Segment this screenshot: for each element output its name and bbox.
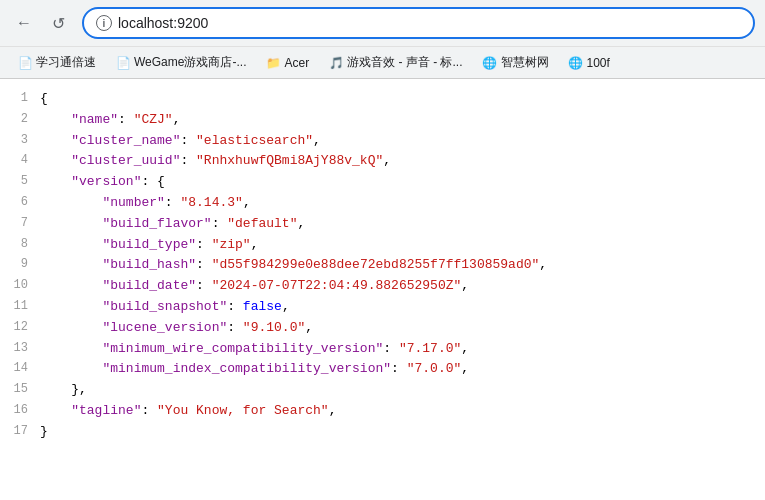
line-content-13: "minimum_wire_compatibility_version": "7… — [40, 339, 755, 360]
bookmark-4-label: 游戏音效 - 声音 - 标... — [347, 54, 462, 71]
json-line-5: 5 "version": { — [10, 172, 755, 193]
bookmark-2-icon: 📄 — [116, 56, 130, 70]
line-content-2: "name": "CZJ", — [40, 110, 755, 131]
json-value: "8.14.3" — [180, 195, 242, 210]
bookmark-3[interactable]: 📁Acer — [258, 54, 317, 72]
json-value: false — [243, 299, 282, 314]
toolbar: ← ↺ i — [0, 0, 765, 46]
line-content-16: "tagline": "You Know, for Search", — [40, 401, 755, 422]
line-content-5: "version": { — [40, 172, 755, 193]
json-value: "9.10.0" — [243, 320, 305, 335]
bookmark-2[interactable]: 📄WeGame游戏商店-... — [108, 52, 254, 73]
json-line-13: 13 "minimum_wire_compatibility_version":… — [10, 339, 755, 360]
line-content-1: { — [40, 89, 755, 110]
json-value: "elasticsearch" — [196, 133, 313, 148]
bookmark-2-label: WeGame游戏商店-... — [134, 54, 246, 71]
json-key: "cluster_uuid" — [71, 153, 180, 168]
line-content-17: } — [40, 422, 755, 443]
url-input[interactable] — [118, 15, 741, 31]
browser-chrome: ← ↺ i 📄学习通倍速📄WeGame游戏商店-...📁Acer🎵游戏音效 - … — [0, 0, 765, 79]
back-button[interactable]: ← — [10, 9, 38, 37]
browser-window: ← ↺ i 📄学习通倍速📄WeGame游戏商店-...📁Acer🎵游戏音效 - … — [0, 0, 765, 453]
nav-buttons: ← ↺ — [10, 9, 72, 37]
line-number-6: 6 — [10, 193, 40, 212]
json-viewer: 1{2 "name": "CZJ",3 "cluster_name": "ela… — [0, 89, 765, 443]
json-key: "lucene_version" — [102, 320, 227, 335]
line-content-14: "minimum_index_compatibility_version": "… — [40, 359, 755, 380]
json-value: "d55f984299e0e88dee72ebd8255f7ff130859ad… — [212, 257, 540, 272]
line-number-2: 2 — [10, 110, 40, 129]
json-value: "You Know, for Search" — [157, 403, 329, 418]
address-bar[interactable]: i — [82, 7, 755, 39]
json-line-15: 15 }, — [10, 380, 755, 401]
json-key: "build_hash" — [102, 257, 196, 272]
line-number-12: 12 — [10, 318, 40, 337]
json-line-4: 4 "cluster_uuid": "RnhxhuwfQBmi8AjY88v_k… — [10, 151, 755, 172]
line-number-1: 1 — [10, 89, 40, 108]
line-number-8: 8 — [10, 235, 40, 254]
line-content-8: "build_type": "zip", — [40, 235, 755, 256]
bookmark-1-icon: 📄 — [18, 56, 32, 70]
json-key: "number" — [102, 195, 164, 210]
json-key: "build_snapshot" — [102, 299, 227, 314]
bookmark-4[interactable]: 🎵游戏音效 - 声音 - 标... — [321, 52, 470, 73]
bookmark-5-icon: 🌐 — [483, 56, 497, 70]
json-key: "name" — [71, 112, 118, 127]
json-value: "CZJ" — [134, 112, 173, 127]
line-content-7: "build_flavor": "default", — [40, 214, 755, 235]
bookmark-1[interactable]: 📄学习通倍速 — [10, 52, 104, 73]
json-key: "build_flavor" — [102, 216, 211, 231]
bookmark-5[interactable]: 🌐智慧树网 — [475, 52, 557, 73]
bookmark-6-label: 100f — [587, 56, 610, 70]
line-content-10: "build_date": "2024-07-07T22:04:49.88265… — [40, 276, 755, 297]
json-line-3: 3 "cluster_name": "elasticsearch", — [10, 131, 755, 152]
bookmark-1-label: 学习通倍速 — [36, 54, 96, 71]
bookmarks-bar: 📄学习通倍速📄WeGame游戏商店-...📁Acer🎵游戏音效 - 声音 - 标… — [0, 46, 765, 78]
bookmark-3-label: Acer — [284, 56, 309, 70]
bookmark-5-label: 智慧树网 — [501, 54, 549, 71]
line-content-4: "cluster_uuid": "RnhxhuwfQBmi8AjY88v_kQ"… — [40, 151, 755, 172]
line-number-7: 7 — [10, 214, 40, 233]
json-key: "version" — [71, 174, 141, 189]
info-icon: i — [96, 15, 112, 31]
json-line-8: 8 "build_type": "zip", — [10, 235, 755, 256]
json-value: "7.17.0" — [399, 341, 461, 356]
line-content-15: }, — [40, 380, 755, 401]
json-line-17: 17} — [10, 422, 755, 443]
json-key: "minimum_wire_compatibility_version" — [102, 341, 383, 356]
json-value: "7.0.0" — [407, 361, 462, 376]
json-line-12: 12 "lucene_version": "9.10.0", — [10, 318, 755, 339]
json-key: "cluster_name" — [71, 133, 180, 148]
line-content-3: "cluster_name": "elasticsearch", — [40, 131, 755, 152]
line-content-12: "lucene_version": "9.10.0", — [40, 318, 755, 339]
reload-button[interactable]: ↺ — [44, 9, 72, 37]
line-number-10: 10 — [10, 276, 40, 295]
line-number-14: 14 — [10, 359, 40, 378]
json-key: "build_type" — [102, 237, 196, 252]
line-content-6: "number": "8.14.3", — [40, 193, 755, 214]
bookmark-6[interactable]: 🌐100f — [561, 54, 618, 72]
json-value: { — [157, 174, 165, 189]
bookmark-6-icon: 🌐 — [569, 56, 583, 70]
bookmark-4-icon: 🎵 — [329, 56, 343, 70]
json-value: "zip" — [212, 237, 251, 252]
content-area: 1{2 "name": "CZJ",3 "cluster_name": "ela… — [0, 79, 765, 453]
line-number-9: 9 — [10, 255, 40, 274]
json-line-14: 14 "minimum_index_compatibility_version"… — [10, 359, 755, 380]
json-line-6: 6 "number": "8.14.3", — [10, 193, 755, 214]
json-key: "minimum_index_compatibility_version" — [102, 361, 391, 376]
line-number-13: 13 — [10, 339, 40, 358]
line-number-16: 16 — [10, 401, 40, 420]
json-value: "2024-07-07T22:04:49.882652950Z" — [212, 278, 462, 293]
json-value: "RnhxhuwfQBmi8AjY88v_kQ" — [196, 153, 383, 168]
json-key: "build_date" — [102, 278, 196, 293]
line-content-11: "build_snapshot": false, — [40, 297, 755, 318]
line-number-5: 5 — [10, 172, 40, 191]
line-number-11: 11 — [10, 297, 40, 316]
json-line-10: 10 "build_date": "2024-07-07T22:04:49.88… — [10, 276, 755, 297]
json-line-16: 16 "tagline": "You Know, for Search", — [10, 401, 755, 422]
line-number-3: 3 — [10, 131, 40, 150]
line-number-17: 17 — [10, 422, 40, 441]
json-line-2: 2 "name": "CZJ", — [10, 110, 755, 131]
json-key: "tagline" — [71, 403, 141, 418]
